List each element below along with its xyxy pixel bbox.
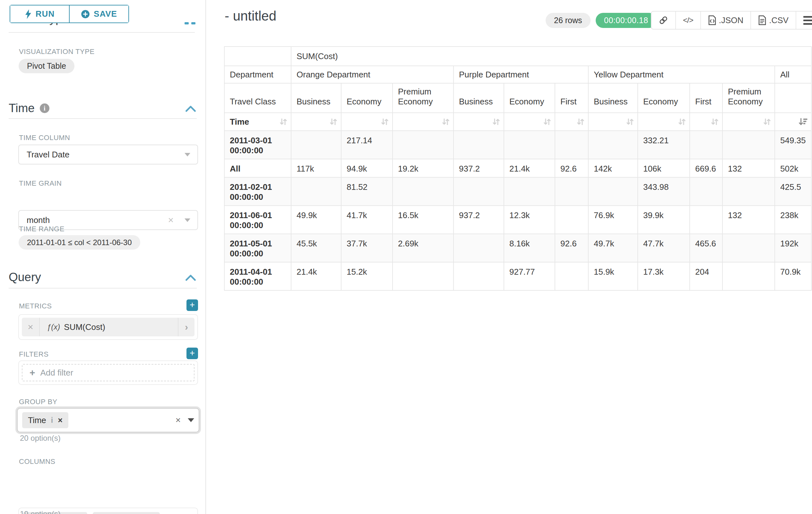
travel-class-cell: Business	[291, 83, 341, 113]
metrics-field: × ƒ(x) SUM(Cost) ›	[18, 314, 198, 340]
save-button[interactable]: SAVE	[70, 5, 128, 23]
viz-type-chip[interactable]: Pivot Table	[19, 59, 75, 73]
department-group-cell: Orange Department	[291, 66, 454, 83]
value-cell: 142k	[588, 159, 638, 177]
info-icon[interactable]: i	[51, 416, 53, 425]
value-cell: 49.7k	[588, 234, 638, 262]
group-by-label: GROUP BY	[19, 398, 57, 406]
row-label-cell: 2011-04-01 00:00:00	[224, 262, 291, 290]
sort-icon[interactable]	[762, 117, 772, 127]
add-filter-plus-button[interactable]: +	[186, 348, 198, 359]
group-by-chip-time[interactable]: Time i ×	[22, 412, 68, 428]
travel-class-cell: Business	[454, 83, 504, 113]
add-filter-button[interactable]: + Add filter	[22, 364, 195, 381]
value-cell: 15.9k	[588, 262, 638, 290]
value-cell: 465.6	[690, 234, 722, 262]
pivot-data-row: All117k94.9k19.2k937.221.4k92.6142k106k6…	[224, 159, 811, 177]
value-cell	[588, 177, 638, 206]
file-code-icon	[708, 16, 716, 25]
value-cell: 39.9k	[638, 206, 690, 234]
group-by-chip-label: Time	[28, 415, 46, 425]
export-csv-button[interactable]: .CSV	[751, 11, 796, 29]
save-button-label: SAVE	[94, 9, 117, 19]
sort-icon[interactable]	[543, 117, 552, 127]
collapse-query-chevron-up-icon[interactable]	[185, 274, 196, 281]
value-cell: 17.3k	[638, 262, 690, 290]
sort-icon[interactable]	[625, 117, 635, 127]
section-divider	[9, 32, 195, 33]
value-cell: 106k	[638, 159, 690, 177]
sort-header-cell	[291, 113, 341, 131]
time-range-chip[interactable]: 2011-01-01 ≤ col < 2011-06-30	[19, 235, 140, 250]
chart-title[interactable]: - untitled	[225, 8, 276, 24]
sort-icon[interactable]	[677, 117, 687, 127]
value-cell: 238k	[775, 206, 811, 234]
value-cell	[454, 177, 504, 206]
sort-header-cell-all	[775, 113, 811, 131]
columns-chip-travel-class[interactable]: Travel Class ×	[93, 512, 160, 514]
filters-label: FILTERS	[19, 350, 49, 358]
time-column-label: TIME COLUMN	[19, 134, 70, 142]
value-cell	[291, 131, 341, 159]
department-group-cell: Purple Department	[454, 66, 588, 83]
remove-chip-icon[interactable]: ×	[58, 416, 63, 425]
remove-metric-icon[interactable]: ×	[22, 318, 40, 336]
value-cell: 217.14	[341, 131, 393, 159]
sort-icon[interactable]	[329, 117, 338, 127]
sort-descending-icon[interactable]	[798, 117, 809, 127]
value-cell	[690, 177, 722, 206]
clear-icon[interactable]: ×	[168, 215, 174, 225]
sort-header-cell	[722, 113, 775, 131]
columns-label: COLUMNS	[19, 457, 56, 466]
time-grain-label: TIME GRAIN	[19, 179, 62, 188]
sort-icon[interactable]	[380, 117, 389, 127]
value-cell: 41.7k	[341, 206, 393, 234]
sort-icon[interactable]	[576, 117, 585, 127]
share-link-button[interactable]	[651, 11, 676, 29]
value-cell	[722, 177, 775, 206]
pivot-data-row: 2011-05-01 00:00:0045.5k37.7k2.69k8.16k9…	[224, 234, 811, 262]
value-cell: 70.9k	[775, 262, 811, 290]
value-cell: 21.4k	[291, 262, 341, 290]
run-button-label: RUN	[36, 9, 55, 19]
more-menu-button[interactable]	[796, 11, 812, 29]
department-group-cell: All	[775, 66, 811, 83]
clear-all-icon[interactable]: ×	[176, 416, 181, 425]
pivot-data-row: 2011-06-01 00:00:0049.9k41.7k16.5k937.21…	[224, 206, 811, 234]
embed-code-button[interactable]: </>	[676, 11, 701, 29]
sort-icon[interactable]	[710, 117, 720, 127]
value-cell: 343.98	[638, 177, 690, 206]
link-icon	[659, 16, 668, 25]
row-label-cell: 2011-05-01 00:00:00	[224, 234, 291, 262]
value-cell: 204	[690, 262, 722, 290]
value-cell: 16.5k	[393, 206, 454, 234]
add-metric-button[interactable]: +	[186, 299, 198, 311]
value-cell: 8.16k	[504, 234, 555, 262]
value-cell: 937.2	[454, 206, 504, 234]
export-json-button[interactable]: .JSON	[701, 11, 751, 29]
collapse-time-chevron-up-icon[interactable]	[185, 105, 196, 112]
travel-class-cell: First	[555, 83, 588, 113]
query-timer-badge: 00:00:00.18	[596, 13, 657, 28]
sort-header-cell	[690, 113, 722, 131]
time-dim-label: Time	[230, 117, 249, 127]
value-cell	[504, 177, 555, 206]
value-cell: 37.7k	[341, 234, 393, 262]
time-column-select[interactable]: Travel Date	[18, 144, 198, 164]
expand-metric-chevron-icon[interactable]: ›	[178, 318, 195, 336]
run-button[interactable]: RUN	[10, 5, 70, 23]
sort-header-cell	[555, 113, 588, 131]
row-label-cell: 2011-06-01 00:00:00	[224, 206, 291, 234]
metric-chip[interactable]: × ƒ(x) SUM(Cost) ›	[22, 318, 195, 336]
value-cell: 332.21	[638, 131, 690, 159]
sort-icon[interactable]	[279, 117, 288, 127]
control-panel-sidebar: Chart Type RUN SAVE VISUALIZATION TYPE P…	[0, 0, 206, 514]
value-cell: 19.2k	[393, 159, 454, 177]
sort-icon[interactable]	[491, 117, 501, 127]
value-cell: 937.2	[454, 159, 504, 177]
info-icon[interactable]: i	[40, 104, 50, 113]
group-by-select[interactable]: Time i × ×	[17, 408, 199, 432]
sort-icon[interactable]	[441, 117, 451, 127]
pivot-data-row: 2011-02-01 00:00:0081.52343.98425.5	[224, 177, 811, 206]
value-cell: 669.6	[690, 159, 722, 177]
